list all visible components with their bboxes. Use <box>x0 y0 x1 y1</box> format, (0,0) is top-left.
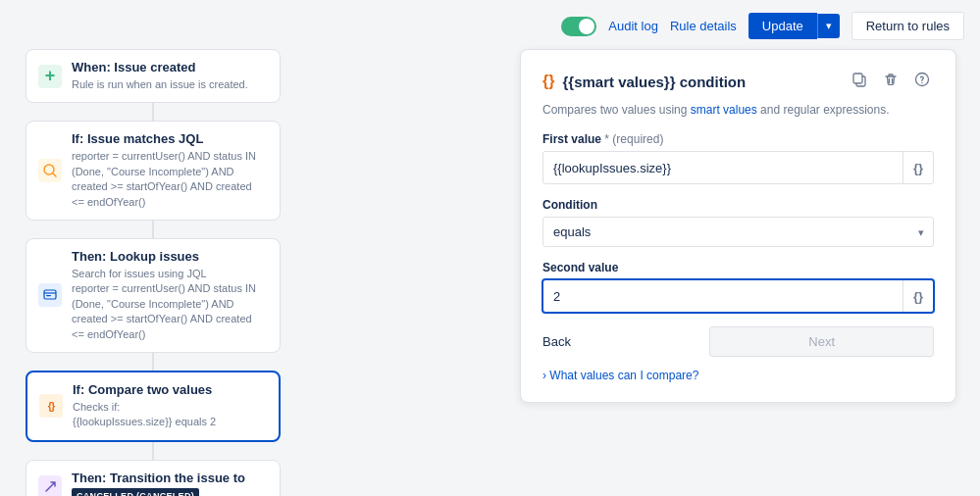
back-button[interactable]: Back <box>542 326 571 357</box>
flow-card-transition[interactable]: Then: Transition the issue to CANCELLED … <box>26 460 281 496</box>
panel-title-icon: {} <box>542 73 554 90</box>
update-dropdown-button[interactable]: ▾ <box>817 14 840 38</box>
svg-rect-4 <box>46 295 51 296</box>
transition-icon <box>38 475 62 496</box>
panel-title-text: {{smart values}} condition <box>562 74 746 90</box>
rule-toggle[interactable] <box>561 17 596 36</box>
flow-card-when-issue-created[interactable]: + When: Issue created Rule is run when a… <box>26 49 281 103</box>
panel-action-buttons <box>848 70 934 93</box>
topbar: Audit log Rule details Update ▾ Return t… <box>545 0 980 52</box>
panel-title: {} {{smart values}} condition <box>542 73 746 90</box>
flow-card-compare[interactable]: {} If: Compare two values Checks if:{{lo… <box>26 371 281 442</box>
second-value-label: Second value <box>542 261 934 274</box>
flow-panel: + When: Issue created Rule is run when a… <box>16 49 290 496</box>
flow-card-lookup[interactable]: Then: Lookup issues Search for issues us… <box>26 238 281 353</box>
what-values-link[interactable]: › What values can I compare? <box>542 369 934 382</box>
card-body-lookup: Search for issues using JQLreporter = cu… <box>72 267 266 342</box>
copy-panel-button[interactable] <box>848 70 871 93</box>
rule-details-link[interactable]: Rule details <box>670 19 737 33</box>
card-title-jql: If: Issue matches JQL <box>72 131 266 146</box>
svg-line-1 <box>53 174 56 176</box>
condition-select[interactable]: equals not equals contains does not cont… <box>542 217 934 247</box>
help-panel-button[interactable] <box>910 70 934 93</box>
delete-panel-button[interactable] <box>879 70 903 93</box>
first-value-input[interactable] <box>543 154 903 182</box>
first-value-smart-value-button[interactable]: {} <box>903 152 933 183</box>
condition-select-wrap: equals not equals contains does not cont… <box>542 217 934 247</box>
smart-values-link-text[interactable]: smart values <box>691 103 757 117</box>
next-button[interactable]: Next <box>709 326 934 357</box>
first-value-label: First value * (required) <box>542 132 934 146</box>
second-value-smart-value-button[interactable]: {} <box>903 280 933 312</box>
card-title-lookup: Then: Lookup issues <box>72 249 266 264</box>
connector-2 <box>152 221 154 238</box>
card-title-compare: If: Compare two values <box>73 382 265 397</box>
smart-values-condition-panel: {} {{smart values}} condition <box>520 49 956 403</box>
condition-label: Condition <box>542 198 934 212</box>
panel-header: {} {{smart values}} condition <box>542 70 934 93</box>
panel-buttons: Back Next <box>542 326 934 357</box>
compare-icon: {} <box>39 394 63 418</box>
card-body-transition: CANCELLED (CANCELED) <box>72 488 266 496</box>
when-icon: + <box>38 65 62 88</box>
connector-4 <box>152 442 154 460</box>
card-body-compare: Checks if:{{lookupIssues.size}} equals 2 <box>73 400 265 430</box>
update-button[interactable]: Update <box>748 13 817 39</box>
return-to-rules-button[interactable]: Return to rules <box>851 12 964 40</box>
second-value-input[interactable] <box>543 282 903 311</box>
first-value-required: * (required) <box>604 132 663 146</box>
cancelled-badge: CANCELLED (CANCELED) <box>72 488 199 496</box>
svg-rect-2 <box>44 290 56 299</box>
svg-point-8 <box>921 82 922 83</box>
svg-rect-6 <box>853 74 862 83</box>
flow-card-if-jql[interactable]: If: Issue matches JQL reporter = current… <box>26 121 281 221</box>
audit-log-link[interactable]: Audit log <box>608 19 658 33</box>
first-value-input-wrap: {} <box>542 151 934 184</box>
card-title-when: When: Issue created <box>72 60 266 74</box>
second-value-input-wrap: {} <box>542 279 934 313</box>
connector-3 <box>152 353 154 371</box>
card-body-when: Rule is run when an issue is created. <box>72 77 266 92</box>
card-body-jql: reporter = currentUser() AND status IN (… <box>72 149 266 210</box>
toggle-switch[interactable] <box>561 17 596 36</box>
connector-1 <box>152 103 154 121</box>
card-title-transition: Then: Transition the issue to <box>72 471 266 485</box>
panel-description: Compares two values using smart values a… <box>542 103 934 117</box>
lookup-icon <box>38 283 62 307</box>
jql-icon <box>38 159 62 182</box>
